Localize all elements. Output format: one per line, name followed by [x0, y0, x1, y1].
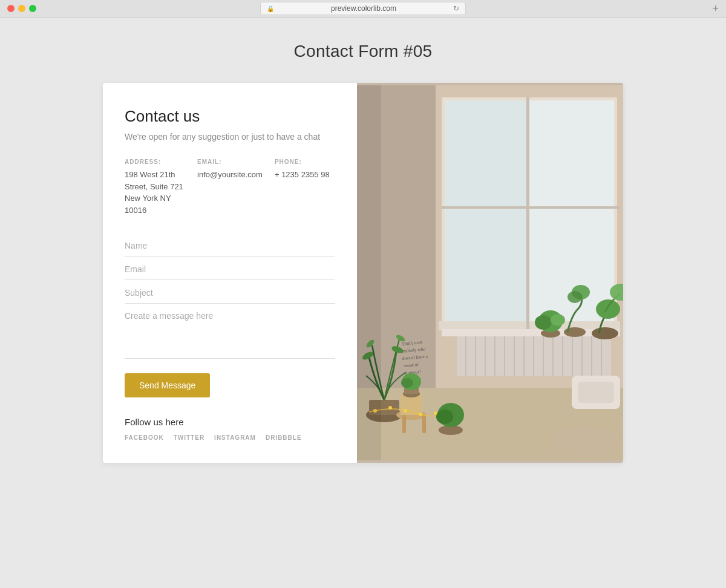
main-content: Contact Form #05 Contact us We're open f… [0, 18, 726, 487]
traffic-lights [7, 5, 36, 12]
twitter-link[interactable]: TWITTER [174, 434, 204, 441]
svg-rect-5 [529, 100, 614, 324]
svg-point-65 [554, 427, 620, 457]
add-tab-button[interactable]: + [712, 2, 719, 15]
room-image: Don't trust anybody who doesn't have a s… [357, 83, 623, 463]
subject-field-wrapper [125, 280, 335, 304]
contact-subtitle: We're open for any suggestion or just to… [125, 132, 335, 142]
address-block: ADDRESS: 198 West 21th Street, Suite 721… [125, 158, 185, 216]
contact-info: ADDRESS: 198 West 21th Street, Suite 721… [125, 158, 335, 216]
email-value: info@yoursite.com [197, 169, 263, 181]
svg-rect-56 [578, 382, 614, 403]
minimize-button[interactable] [18, 5, 25, 12]
svg-point-26 [564, 327, 586, 337]
send-button[interactable]: Send Message [125, 373, 210, 397]
message-textarea[interactable] [125, 311, 335, 353]
svg-point-30 [596, 299, 620, 319]
svg-point-59 [404, 409, 407, 413]
svg-rect-8 [442, 206, 620, 209]
contact-title: Contact us [125, 107, 335, 126]
svg-point-29 [592, 327, 618, 339]
follow-section: Follow us here FACEBOOK TWITTER INSTAGRA… [125, 397, 335, 441]
name-input[interactable] [125, 241, 335, 250]
message-field-wrapper [125, 304, 335, 359]
contact-card: Contact us We're open for any suggestion… [103, 83, 623, 463]
email-block: EMAIL: info@yoursite.com [197, 158, 263, 216]
phone-block: PHONE: + 1235 2355 98 [275, 158, 335, 216]
address-line-1: 198 West 21th [125, 170, 175, 179]
svg-rect-49 [402, 415, 406, 433]
instagram-link[interactable]: INSTAGRAM [214, 434, 256, 441]
name-field-wrapper [125, 233, 335, 256]
lock-icon: 🔒 [267, 5, 274, 12]
image-panel: Don't trust anybody who doesn't have a s… [357, 83, 623, 463]
email-field-wrapper [125, 256, 335, 280]
maximize-button[interactable] [29, 5, 36, 12]
subject-input[interactable] [125, 288, 335, 298]
follow-title: Follow us here [125, 417, 335, 427]
email-input[interactable] [125, 264, 335, 274]
svg-point-34 [535, 315, 552, 330]
svg-point-58 [388, 406, 392, 410]
address-line-2: Street, Suite 721 [125, 182, 183, 191]
svg-point-64 [436, 410, 453, 424]
email-label: EMAIL: [197, 158, 263, 165]
address-line-3: New York NY 10016 [125, 194, 171, 215]
svg-point-28 [567, 291, 582, 303]
svg-point-54 [401, 378, 413, 388]
svg-rect-4 [445, 100, 526, 324]
refresh-icon[interactable]: ↻ [453, 4, 459, 13]
svg-rect-66 [357, 85, 381, 460]
address-label: ADDRESS: [125, 158, 185, 165]
url-text[interactable]: preview.colorlib.com [278, 4, 450, 13]
phone-value: + 1235 2355 98 [275, 169, 335, 181]
page-title: Contact Form #05 [294, 42, 433, 61]
dribbble-link[interactable]: DRIBBBLE [266, 434, 302, 441]
facebook-link[interactable]: FACEBOOK [125, 434, 164, 441]
phone-label: PHONE: [275, 158, 335, 165]
svg-rect-50 [422, 415, 426, 433]
svg-point-35 [551, 314, 565, 326]
address-value: 198 West 21th Street, Suite 721 New York… [125, 169, 185, 216]
social-links: FACEBOOK TWITTER INSTAGRAM DRIBBBLE [125, 434, 335, 441]
browser-chrome: 🔒 preview.colorlib.com ↻ + [0, 0, 726, 18]
form-panel: Contact us We're open for any suggestion… [103, 83, 357, 463]
close-button[interactable] [7, 5, 15, 12]
svg-point-60 [419, 413, 422, 416]
svg-rect-7 [526, 97, 529, 330]
address-bar: 🔒 preview.colorlib.com ↻ [260, 2, 466, 15]
